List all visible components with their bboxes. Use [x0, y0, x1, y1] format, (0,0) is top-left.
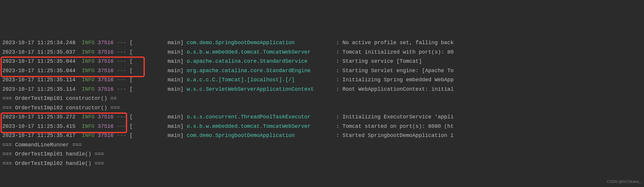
- plain-line: === OrderTestImpl02 constructor() ===: [2, 103, 644, 113]
- process-id: 37516: [98, 77, 114, 83]
- bracket-close: ]: [180, 49, 184, 55]
- log-level: INFO: [82, 86, 94, 92]
- logger-name: o.s.b.w.embedded.tomcat.TomcatWebServer: [187, 49, 336, 55]
- colon-separator: :: [336, 86, 342, 92]
- timestamp: 2023-10-17 11:25:35.044: [2, 68, 75, 74]
- log-line: 2023-10-17 11:25:35.044 INFO 37516 --- […: [2, 66, 644, 76]
- colon-separator: :: [336, 77, 342, 83]
- timestamp: 2023-10-17 11:25:35.044: [2, 58, 75, 64]
- bracket-open: [: [129, 123, 133, 129]
- log-message: Tomcat initialized with port(s): 80: [342, 49, 454, 55]
- timestamp: 2023-10-17 11:25:35.037: [2, 49, 75, 55]
- log-message: Started SpringbootDemoApplication i: [342, 133, 454, 138]
- log-level: INFO: [82, 114, 94, 120]
- logger-name: com.demo.SpringbootDemoApplication: [187, 40, 336, 46]
- bracket-close: ]: [180, 123, 184, 129]
- plain-line: === OrderTestImpl01 handle() ===: [2, 150, 644, 159]
- logger-name: o.s.s.concurrent.ThreadPoolTaskExecutor: [187, 114, 336, 120]
- thread-name: main: [133, 49, 180, 55]
- process-id: 37516: [98, 49, 114, 55]
- timestamp: 2023-10-17 11:25:34.248: [2, 40, 75, 46]
- log-line: 2023-10-17 11:25:35.114 INFO 37516 --- […: [2, 85, 644, 94]
- process-id: 37516: [98, 86, 114, 92]
- log-message: Starting Servlet engine: [Apache To: [342, 68, 454, 74]
- process-id: 37516: [98, 58, 114, 64]
- bracket-close: ]: [180, 58, 184, 64]
- plain-line: === CommandLineRunner ===: [2, 140, 644, 150]
- separator: ---: [117, 123, 126, 129]
- bracket-open: [: [129, 133, 133, 138]
- log-line: 2023-10-17 11:25:35.415 INFO 37516 --- […: [2, 122, 644, 131]
- bracket-open: [: [129, 49, 133, 55]
- plain-text: === OrderTestImpl01 constructor() ==: [2, 95, 117, 101]
- bracket-open: [: [129, 114, 133, 120]
- thread-name: main: [133, 68, 180, 74]
- timestamp: 2023-10-17 11:25:35.417: [2, 133, 75, 138]
- process-id: 37516: [98, 40, 114, 46]
- log-line: 2023-10-17 11:25:35.044 INFO 37516 --- […: [2, 57, 644, 66]
- colon-separator: :: [336, 68, 342, 74]
- bracket-open: [: [129, 77, 133, 83]
- watermark-text: CSDN @ACGkaka_: [607, 178, 641, 185]
- thread-name: main: [133, 123, 180, 129]
- bracket-open: [: [129, 58, 133, 64]
- log-level: INFO: [82, 133, 94, 138]
- logger-name: org.apache.catalina.core.StandardEngine: [187, 68, 336, 74]
- timestamp: 2023-10-17 11:25:35.272: [2, 114, 75, 120]
- log-line: 2023-10-17 11:25:35.114 INFO 37516 --- […: [2, 75, 644, 85]
- log-level: INFO: [82, 58, 94, 64]
- log-level: INFO: [82, 68, 94, 74]
- plain-text: === CommandLineRunner ===: [2, 142, 82, 148]
- thread-name: main: [133, 133, 180, 138]
- bracket-open: [: [129, 68, 133, 74]
- bracket-close: ]: [180, 68, 184, 74]
- plain-text: === OrderTestImpl01 handle() ===: [2, 151, 104, 157]
- process-id: 37516: [98, 133, 114, 138]
- colon-separator: :: [336, 49, 342, 55]
- separator: ---: [117, 114, 126, 120]
- log-line: 2023-10-17 11:25:35.037 INFO 37516 --- […: [2, 48, 644, 57]
- logger-name: com.demo.SpringbootDemoApplication: [187, 133, 336, 138]
- process-id: 37516: [98, 68, 114, 74]
- bracket-close: ]: [180, 114, 184, 120]
- log-output: 2023-10-17 11:25:34.248 INFO 37516 --- […: [2, 38, 644, 168]
- log-message: Tomcat started on port(s): 8080 (ht: [342, 123, 454, 129]
- log-level: INFO: [82, 40, 94, 46]
- logger-name: o.apache.catalina.core.StandardService: [187, 58, 336, 64]
- log-message: No active profile set, falling back: [342, 40, 454, 46]
- colon-separator: :: [336, 123, 342, 129]
- separator: ---: [117, 58, 126, 64]
- bracket-close: ]: [180, 133, 184, 138]
- bracket-close: ]: [180, 77, 184, 83]
- log-level: INFO: [82, 77, 94, 83]
- log-level: INFO: [82, 123, 94, 129]
- plain-text: === OrderTestImpl02 constructor() ===: [2, 105, 120, 111]
- colon-separator: :: [336, 133, 342, 138]
- logger-name: o.a.c.c.C.[Tomcat].[localhost].[/]: [187, 77, 336, 83]
- timestamp: 2023-10-17 11:25:35.114: [2, 77, 75, 83]
- process-id: 37516: [98, 114, 114, 120]
- thread-name: main: [133, 86, 180, 92]
- bracket-open: [: [129, 40, 133, 46]
- bracket-close: ]: [180, 86, 184, 92]
- thread-name: main: [133, 40, 180, 46]
- logger-name: w.s.c.ServletWebServerApplicationContext: [187, 86, 336, 92]
- colon-separator: :: [336, 40, 342, 46]
- plain-text: === OrderTestImpl02 handle() ===: [2, 160, 104, 166]
- separator: ---: [117, 77, 126, 83]
- separator: ---: [117, 86, 126, 92]
- log-message: Root WebApplicationContext: initial: [342, 86, 454, 92]
- thread-name: main: [133, 77, 180, 83]
- separator: ---: [117, 49, 126, 55]
- timestamp: 2023-10-17 11:25:35.114: [2, 86, 75, 92]
- thread-name: main: [133, 58, 180, 64]
- log-message: Initializing Spring embedded WebApp: [342, 77, 454, 83]
- plain-line: === OrderTestImpl02 handle() ===: [2, 159, 644, 168]
- timestamp: 2023-10-17 11:25:35.415: [2, 123, 75, 129]
- log-line: 2023-10-17 11:25:35.417 INFO 37516 --- […: [2, 131, 644, 140]
- thread-name: main: [133, 114, 180, 120]
- colon-separator: :: [336, 58, 342, 64]
- separator: ---: [117, 40, 126, 46]
- colon-separator: :: [336, 114, 342, 120]
- bracket-open: [: [129, 86, 133, 92]
